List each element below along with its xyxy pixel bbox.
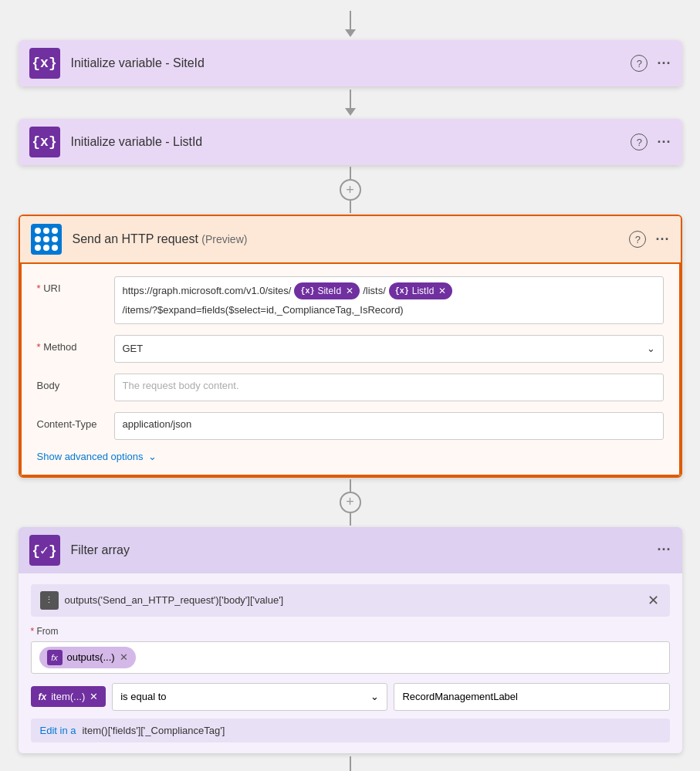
chip-close-listid[interactable]: ✕ (438, 284, 446, 298)
card-header-http: Send an HTTP request (Preview) ? ··· (20, 216, 681, 262)
variable-icon-siteid: {x} (29, 48, 60, 79)
method-value: GET (123, 343, 144, 354)
help-icon-siteid[interactable]: ? (631, 55, 648, 72)
uri-label: URI (37, 276, 114, 294)
add-step-button-1[interactable]: + (340, 179, 361, 201)
curly-brace-icon2: {x} (32, 134, 56, 150)
content-type-value: application/json (123, 418, 192, 430)
card-title-filter: Filter array (71, 543, 658, 557)
card-actions-listid: ? ··· (631, 134, 671, 150)
dot (43, 228, 49, 234)
card-actions-siteid: ? ··· (631, 55, 671, 72)
chip-label2: ListId (412, 284, 435, 298)
chevron-down-icon2: ⌄ (148, 451, 157, 462)
expression-code-icon: ⋮ (40, 591, 59, 610)
uri-field-row: URI https://graph.microsoft.com/v1.0/sit… (37, 276, 664, 324)
dot (52, 228, 58, 234)
operator-chevron-icon: ⌄ (370, 691, 379, 702)
help-icon-listid[interactable]: ? (631, 134, 648, 150)
http-icon (31, 224, 62, 255)
arrow-line (350, 90, 351, 108)
outputs-chip-label: outputs(...) (67, 651, 115, 663)
card-filter-array: {✓} Filter array ··· ⋮ outputs('Send_an_… (19, 527, 682, 753)
card-body-http: URI https://graph.microsoft.com/v1.0/sit… (20, 262, 681, 476)
http-title-text: Send an HTTP request (73, 232, 198, 245)
card-init-siteid: {x} Initialize variable - SiteId ? ··· (19, 40, 682, 86)
dot (35, 228, 41, 234)
expression-value: outputs('Send_an_HTTP_request')['body'][… (65, 594, 284, 606)
curly-brace-icon: {x} (32, 56, 56, 71)
uri-prefix-text: https://graph.microsoft.com/v1.0/sites/ (123, 283, 292, 299)
edit-in-bar: Edit in a item()['fields']['_ComplianceT… (31, 719, 670, 742)
arrow-line-bottom (350, 756, 351, 772)
expression-text: ⋮ outputs('Send_an_HTTP_request')['body'… (40, 591, 284, 610)
from-section: From fx outputs(...) ✕ (31, 626, 670, 674)
edit-label[interactable]: Edit in a (40, 725, 76, 736)
add-step-button-2[interactable]: + (340, 492, 361, 513)
dot (35, 236, 41, 242)
edit-value: item()['fields']['_ComplianceTag'] (82, 725, 225, 736)
condition-value[interactable]: RecordManagementLabel (394, 683, 669, 711)
expression-bar: ⋮ outputs('Send_an_HTTP_request')['body'… (31, 584, 670, 617)
item-condition-chip[interactable]: fx item(...) ✕ (31, 686, 107, 707)
connector-line-top2 (350, 479, 351, 492)
uri-input[interactable]: https://graph.microsoft.com/v1.0/sites/ … (114, 276, 664, 324)
outputs-chip-close[interactable]: ✕ (120, 651, 128, 663)
arrow-head (345, 108, 356, 116)
plus-connector-1: + (340, 167, 361, 213)
body-placeholder: The request body content. (123, 380, 239, 391)
outputs-chip[interactable]: fx outputs(...) ✕ (39, 647, 136, 668)
condition-fx-icon: fx (39, 692, 47, 702)
dot (52, 245, 58, 251)
listid-token[interactable]: {x} ListId ✕ (389, 282, 453, 299)
menu-button-filter[interactable]: ··· (657, 542, 671, 558)
condition-chip-label: item(...) (51, 691, 85, 702)
chip-icon: {x} (300, 286, 314, 297)
flow-container: {x} Initialize variable - SiteId ? ··· {… (19, 8, 682, 771)
body-field-row: Body The request body content. (37, 374, 664, 401)
expression-icon-glyph: ⋮ (45, 595, 53, 605)
dot (35, 245, 41, 251)
method-label: Method (37, 335, 114, 353)
card-http-request: Send an HTTP request (Preview) ? ··· URI… (19, 215, 682, 478)
card-init-listid: {x} Initialize variable - ListId ? ··· (19, 119, 682, 165)
arrow-head (345, 29, 356, 37)
card-title-siteid: Initialize variable - SiteId (71, 56, 631, 70)
arrow-line (350, 11, 351, 29)
card-actions-filter: ··· (657, 542, 671, 558)
advanced-options-link[interactable]: Show advanced options ⌄ (37, 451, 664, 462)
menu-button-siteid[interactable]: ··· (657, 56, 671, 72)
content-type-label: Content-Type (37, 412, 114, 430)
body-label: Body (37, 374, 114, 391)
menu-button-http[interactable]: ··· (655, 232, 669, 248)
body-input[interactable]: The request body content. (114, 374, 664, 401)
card-header-listid: {x} Initialize variable - ListId ? ··· (19, 119, 682, 165)
card-title-http: Send an HTTP request (Preview) (73, 232, 630, 246)
connector-line-top (350, 167, 351, 179)
content-type-field-row: Content-Type application/json (37, 412, 664, 440)
condition-value-text: RecordManagementLabel (402, 691, 518, 702)
method-select[interactable]: GET ⌄ (114, 335, 664, 363)
chip-close-siteid[interactable]: ✕ (346, 284, 353, 298)
connector-line-bottom (350, 201, 351, 213)
variable-icon-listid: {x} (29, 127, 60, 157)
card-header-siteid: {x} Initialize variable - SiteId ? ··· (19, 40, 682, 86)
operator-value: is equal to (120, 691, 166, 702)
advanced-options-text: Show advanced options (37, 451, 144, 462)
plus-connector-2: + (340, 479, 361, 526)
condition-chip-close[interactable]: ✕ (90, 691, 98, 702)
uri-suffix-text: /items/?$expand=fields($select=id,_Compl… (123, 303, 404, 318)
menu-button-listid[interactable]: ··· (657, 134, 671, 150)
dots-grid-icon (35, 228, 58, 251)
dot (43, 236, 49, 242)
content-type-input[interactable]: application/json (114, 412, 664, 440)
condition-operator[interactable]: is equal to ⌄ (112, 683, 387, 711)
bottom-arrow (350, 756, 351, 772)
chevron-down-icon: ⌄ (647, 343, 655, 354)
card-header-filter: {✓} Filter array ··· (19, 527, 682, 573)
close-expression-button[interactable]: ✕ (646, 590, 661, 610)
siteid-token[interactable]: {x} SiteId ✕ (294, 282, 360, 299)
connector-line-bottom2 (350, 513, 351, 526)
help-icon-http[interactable]: ? (629, 231, 646, 248)
http-title-suffix: (Preview) (201, 233, 247, 245)
